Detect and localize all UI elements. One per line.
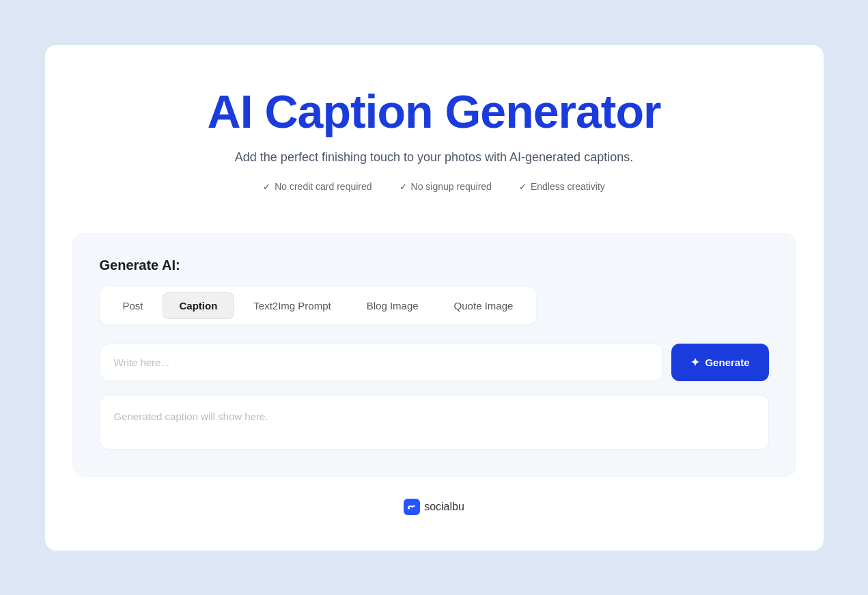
feature-no-credit-card: ✓ No credit card required <box>263 181 372 192</box>
tab-caption[interactable]: Caption <box>163 292 235 319</box>
output-area: Generated caption will show here. <box>100 395 769 449</box>
generate-label: Generate AI: <box>100 258 769 273</box>
generate-button[interactable]: ✦ Generate <box>671 344 768 381</box>
socialbu-logo-icon <box>404 499 420 515</box>
socialbu-logo: socialbu <box>404 499 464 515</box>
check-icon-3: ✓ <box>519 182 527 192</box>
tab-blog-image[interactable]: Blog Image <box>350 292 435 319</box>
feature-endless-creativity: ✓ Endless creativity <box>519 181 605 192</box>
input-row: ✦ Generate <box>100 344 769 381</box>
sparkle-icon: ✦ <box>690 356 699 369</box>
output-placeholder: Generated caption will show here. <box>114 411 268 422</box>
check-icon-1: ✓ <box>263 182 270 192</box>
tab-quote-image[interactable]: Quote Image <box>438 292 530 319</box>
generate-section: Generate AI: Post Caption Text2Img Promp… <box>72 233 796 477</box>
check-icon-2: ✓ <box>400 182 407 192</box>
feature-no-signup: ✓ No signup required <box>400 181 492 192</box>
tab-text2img[interactable]: Text2Img Prompt <box>237 292 347 319</box>
brand-name: socialbu <box>424 501 464 513</box>
svg-point-1 <box>408 508 410 510</box>
hero-section: AI Caption Generator Add the perfect fin… <box>72 86 796 193</box>
caption-input[interactable] <box>100 344 664 381</box>
feature-label-1: No credit card required <box>275 181 372 192</box>
generate-button-label: Generate <box>705 357 749 368</box>
feature-label-2: No signup required <box>411 181 492 192</box>
features-list: ✓ No credit card required ✓ No signup re… <box>72 181 796 192</box>
tabs-row: Post Caption Text2Img Prompt Blog Image … <box>100 287 537 324</box>
hero-subtitle: Add the perfect finishing touch to your … <box>72 150 796 165</box>
tab-post[interactable]: Post <box>107 292 160 319</box>
main-card: AI Caption Generator Add the perfect fin… <box>45 45 824 551</box>
page-title: AI Caption Generator <box>72 86 796 137</box>
feature-label-3: Endless creativity <box>531 181 605 192</box>
footer: socialbu <box>404 499 464 515</box>
